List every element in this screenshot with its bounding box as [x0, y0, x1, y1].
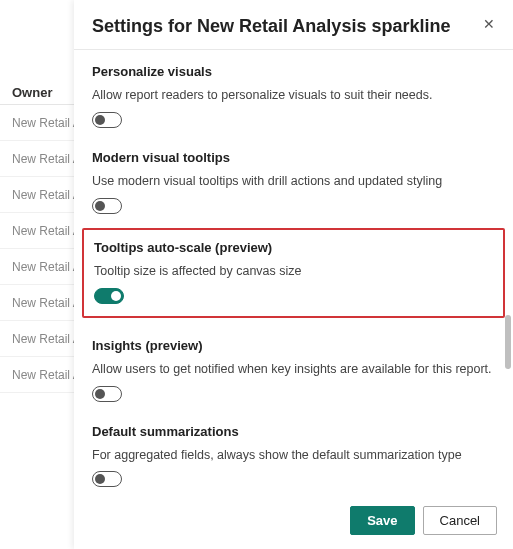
section-description: Allow report readers to personalize visu…: [92, 87, 495, 104]
highlighted-section: Tooltips auto-scale (preview) Tooltip si…: [82, 228, 505, 318]
panel-footer: Save Cancel: [74, 496, 513, 549]
default-summarizations-toggle[interactable]: [92, 471, 122, 487]
section-description: For aggregated fields, always show the d…: [92, 447, 495, 464]
scrollbar-thumb[interactable]: [505, 315, 511, 369]
section-title: Default summarizations: [92, 424, 495, 439]
insights-toggle[interactable]: [92, 386, 122, 402]
section-title: Tooltips auto-scale (preview): [94, 240, 493, 255]
section-title: Modern visual tooltips: [92, 150, 495, 165]
section-title: Insights (preview): [92, 338, 495, 353]
section-personalize-visuals: Personalize visuals Allow report readers…: [92, 52, 495, 138]
modern-tooltips-toggle[interactable]: [92, 198, 122, 214]
panel-body: Personalize visuals Allow report readers…: [74, 49, 513, 496]
section-description: Tooltip size is affected by canvas size: [94, 263, 493, 280]
close-icon[interactable]: ✕: [479, 14, 499, 34]
section-title: Personalize visuals: [92, 64, 495, 79]
panel-title: Settings for New Retail Analysis sparkli…: [92, 16, 495, 37]
cancel-button[interactable]: Cancel: [423, 506, 497, 535]
save-button[interactable]: Save: [350, 506, 414, 535]
section-default-summarizations: Default summarizations For aggregated fi…: [92, 412, 495, 497]
tooltips-auto-scale-toggle[interactable]: [94, 288, 124, 304]
section-description: Allow users to get notified when key ins…: [92, 361, 495, 378]
settings-panel: Settings for New Retail Analysis sparkli…: [74, 0, 513, 549]
panel-header: Settings for New Retail Analysis sparkli…: [74, 0, 513, 49]
section-description: Use modern visual tooltips with drill ac…: [92, 173, 495, 190]
section-modern-tooltips: Modern visual tooltips Use modern visual…: [92, 138, 495, 224]
personalize-visuals-toggle[interactable]: [92, 112, 122, 128]
section-insights: Insights (preview) Allow users to get no…: [92, 326, 495, 412]
